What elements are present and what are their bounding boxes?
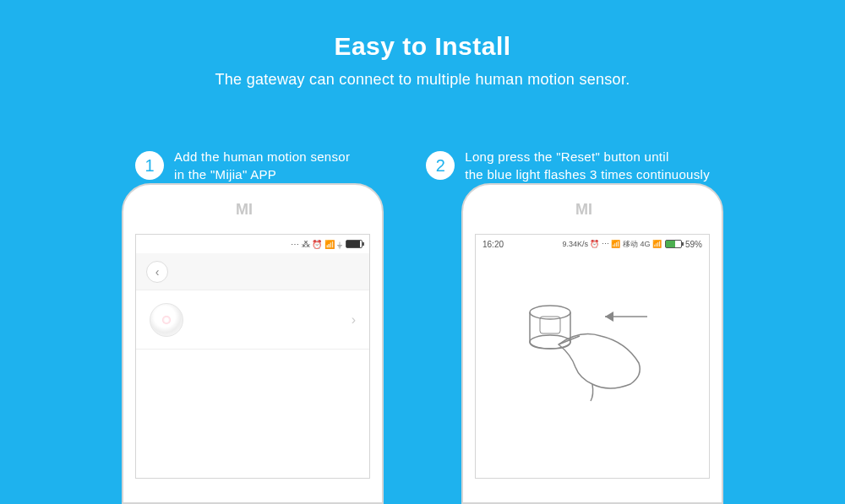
step-2: 2 Long press the "Reset" button until th… xyxy=(426,148,710,183)
phone-top-bezel: MI xyxy=(123,185,382,234)
phone-volume-button-icon xyxy=(722,295,723,354)
phone-mockup-2: MI 16:20 9.34K/s ⏰ ⋯ 📶 移动 4G 📶 59% xyxy=(461,183,723,504)
phone-power-button-icon xyxy=(722,252,723,283)
phone-volume-button-icon xyxy=(382,295,384,354)
svg-text:MI: MI xyxy=(575,201,592,218)
phone-power-button-icon xyxy=(382,252,384,283)
battery-percent: 59% xyxy=(685,240,702,249)
status-bar: 16:20 9.34K/s ⏰ ⋯ 📶 移动 4G 📶 59% xyxy=(476,235,709,253)
battery-icon xyxy=(346,240,363,248)
page-subtitle: The gateway can connect to multiple huma… xyxy=(0,71,845,89)
status-bar: ⋯ ⁂ ⏰ 📶 ⏚ xyxy=(136,235,369,253)
svg-point-2 xyxy=(530,306,570,319)
svg-text:MI: MI xyxy=(236,201,253,218)
mi-logo-icon: MI xyxy=(236,201,270,218)
phone-screen: 16:20 9.34K/s ⏰ ⋯ 📶 移动 4G 📶 59% xyxy=(475,234,710,479)
hand-pressing-sensor-icon xyxy=(499,270,685,405)
status-time: 16:20 xyxy=(482,240,504,249)
phone-mockup-1: MI ⋯ ⁂ ⏰ 📶 ⏚ ‹ › xyxy=(122,183,384,504)
step-1-text: Add the human motion sensor in the "Miji… xyxy=(174,148,350,183)
reset-illustration xyxy=(476,253,709,422)
header-section: Easy to Install The gateway can connect … xyxy=(0,0,845,89)
battery-icon xyxy=(665,240,682,248)
back-button[interactable]: ‹ xyxy=(146,261,168,283)
phone-screen: ⋯ ⁂ ⏰ 📶 ⏚ ‹ › xyxy=(135,234,370,479)
status-network: 9.34K/s ⏰ ⋯ 📶 移动 4G 📶 xyxy=(562,239,662,250)
device-list-item[interactable]: › xyxy=(136,290,369,350)
step-number-badge: 2 xyxy=(426,151,455,180)
step-1: 1 Add the human motion sensor in the "Mi… xyxy=(135,148,350,183)
chevron-right-icon: › xyxy=(352,312,356,328)
status-icons: ⋯ ⁂ ⏰ 📶 ⏚ xyxy=(291,240,342,249)
step-number-badge: 1 xyxy=(135,151,164,180)
step-2-text: Long press the "Reset" button until the … xyxy=(465,148,710,183)
phone-top-bezel: MI xyxy=(463,185,722,234)
steps-row: 1 Add the human motion sensor in the "Mi… xyxy=(0,148,845,183)
page-title: Easy to Install xyxy=(0,32,845,61)
mi-logo-icon: MI xyxy=(575,201,609,218)
phones-row: MI ⋯ ⁂ ⏰ 📶 ⏚ ‹ › MI 1 xyxy=(0,183,845,504)
nav-bar: ‹ xyxy=(136,253,369,290)
motion-sensor-icon xyxy=(150,303,183,337)
